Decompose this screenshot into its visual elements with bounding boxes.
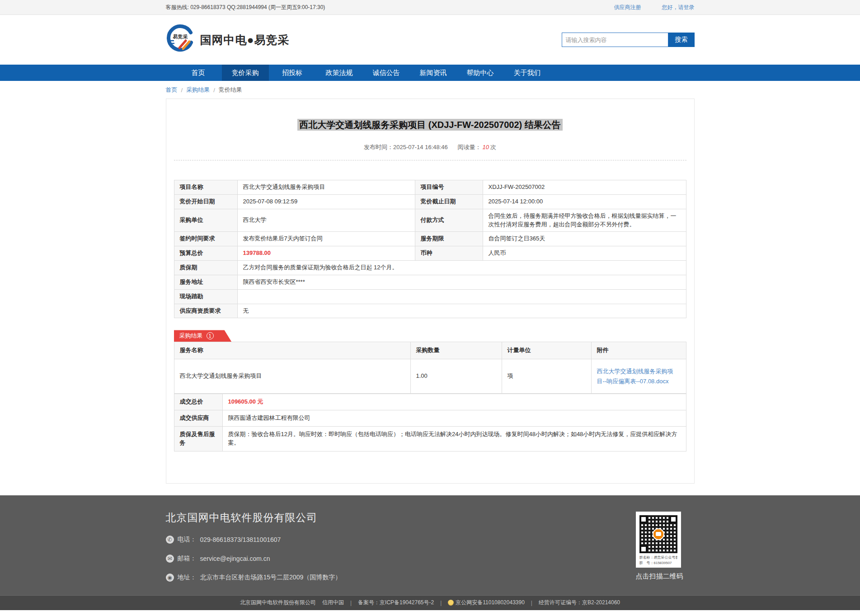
main-nav: 首页 竞价采购 招投标 政策法规 诚信公告 新闻资讯 帮助中心 关于我们 bbox=[0, 65, 860, 81]
breadcrumb-separator: / bbox=[181, 87, 183, 94]
phone-icon: ✆ bbox=[166, 536, 174, 544]
column-header-unit: 计量单位 bbox=[502, 342, 591, 359]
site-footer: 北京国网中电软件股份有限公司 ✆ 电话： 029-86618373/138110… bbox=[0, 495, 860, 595]
nav-item-bidding-procurement[interactable]: 竞价采购 bbox=[222, 65, 269, 81]
table-row: 成交供应商 陕西圆通古建园林工程有限公司 bbox=[174, 410, 686, 427]
footer-phone-value: 029-86618373/13811001607 bbox=[200, 536, 281, 543]
copyright-bar: 北京国网中电软件股份有限公司 信用中国 | 备案号：京ICP备19042765号… bbox=[0, 595, 860, 610]
project-info-table: 项目名称 西北大学交通划线服务采购项目 项目编号 XDJJ-FW-2025070… bbox=[174, 180, 686, 318]
article-meta: 发布时间：2025-07-14 16:48:46 阅读量：10次 bbox=[174, 143, 686, 151]
police-badge-icon bbox=[448, 600, 454, 606]
table-row: 供应商资质要求 无 bbox=[174, 304, 686, 318]
mail-icon: ✉ bbox=[166, 555, 174, 563]
table-row: 成交总价 109605.00 元 bbox=[174, 394, 686, 410]
deal-total-price: 109605.00 元 bbox=[222, 394, 686, 410]
footer-company-name: 北京国网中电软件股份有限公司 bbox=[166, 511, 342, 525]
qr-group-number: 群 号：615839507 bbox=[639, 560, 677, 566]
publish-time-value: 2025-07-14 16:48:46 bbox=[393, 144, 448, 150]
page-title: 西北大学交通划线服务采购项目 (XDJJ-FW-202507002) 结果公告 bbox=[174, 119, 686, 131]
table-row: 竞价开始日期 2025-07-08 09:12:59 竞价截止日期 2025-0… bbox=[174, 194, 686, 209]
result-count-badge: 1 bbox=[207, 332, 214, 339]
table-row: 质保及售后服务 质保期：验收合格后12月。响应时效：即时响应（包括电话响应）；电… bbox=[174, 426, 686, 451]
credit-china-link[interactable]: 信用中国 bbox=[322, 599, 344, 607]
qr-center-icon bbox=[653, 528, 664, 540]
bottombar-company: 北京国网中电软件股份有限公司 bbox=[240, 599, 316, 607]
qr-group-name: 群名称：易竞采公众号群 bbox=[639, 555, 677, 560]
column-header-service-name: 服务名称 bbox=[174, 342, 410, 359]
table-row: 签约时间要求 发布竞价结果后7天内签订合同 服务期限 自合同签订之日365天 bbox=[174, 232, 686, 246]
views-count: 10 bbox=[482, 144, 489, 150]
table-row: 现场踏勘 bbox=[174, 289, 686, 304]
search-button[interactable]: 搜索 bbox=[668, 33, 695, 47]
procurement-result-tag: 采购结果 1 bbox=[174, 330, 232, 342]
qr-code-image bbox=[639, 515, 677, 553]
result-tag-label: 采购结果 bbox=[179, 332, 203, 340]
views-label: 阅读量： bbox=[457, 144, 481, 150]
location-pin-icon: ◉ bbox=[166, 574, 174, 582]
column-header-attachment: 附件 bbox=[591, 342, 686, 359]
nav-item-credit-notices[interactable]: 诚信公告 bbox=[363, 65, 410, 81]
procurement-result-table: 服务名称 采购数量 计量单位 附件 西北大学交通划线服务采购项目 1.00 项 … bbox=[174, 342, 686, 394]
announcement-panel: 西北大学交通划线服务采购项目 (XDJJ-FW-202507002) 结果公告 … bbox=[166, 99, 695, 484]
nav-item-about-us[interactable]: 关于我们 bbox=[504, 65, 551, 81]
top-utility-bar: 客服热线: 029-86618373 QQ:2881944994 (周一至周五9… bbox=[0, 0, 860, 15]
column-header-quantity: 采购数量 bbox=[410, 342, 502, 359]
footer-email-label: 邮箱： bbox=[178, 555, 197, 563]
publish-time-label: 发布时间： bbox=[364, 144, 393, 150]
site-search: 搜索 bbox=[562, 33, 695, 47]
views-unit: 次 bbox=[490, 144, 496, 150]
site-header: 易竞采 国网中电●易竞采 搜索 bbox=[0, 15, 860, 65]
table-row: 西北大学交通划线服务采购项目 1.00 项 西北大学交通划线服务采购项目--响应… bbox=[174, 359, 686, 394]
login-link[interactable]: 您好，请登录 bbox=[662, 4, 695, 11]
supplier-register-link[interactable]: 供应商注册 bbox=[614, 4, 641, 11]
nav-item-home[interactable]: 首页 bbox=[175, 65, 222, 81]
breadcrumb: 首页 / 采购结果 / 竞价结果 bbox=[0, 81, 860, 99]
breadcrumb-home-link[interactable]: 首页 bbox=[166, 86, 178, 94]
budget-total-price: 139788.00 bbox=[237, 246, 415, 261]
footer-phone-label: 电话： bbox=[178, 536, 197, 544]
unit-cell: 项 bbox=[502, 359, 591, 394]
table-header-row: 服务名称 采购数量 计量单位 附件 bbox=[174, 342, 686, 359]
business-license-number: 经营许可证编号：京B2-20214060 bbox=[539, 599, 620, 607]
warranty-service-terms: 质保期：验收合格后12月。响应时效：即时响应（包括电话响应）；电话响应无法解决2… bbox=[222, 426, 686, 451]
nav-item-policies[interactable]: 政策法规 bbox=[316, 65, 363, 81]
footer-info: 北京国网中电软件股份有限公司 ✆ 电话： 029-86618373/138110… bbox=[166, 511, 342, 582]
service-hotline-text: 客服热线: 029-86618373 QQ:2881944994 (周一至周五9… bbox=[166, 4, 325, 11]
nav-item-news[interactable]: 新闻资讯 bbox=[410, 65, 457, 81]
footer-address-value: 北京市丰台区射击场路15号二层2009（国博数字） bbox=[200, 574, 342, 582]
table-row: 质保期 乙方对合同服务的质量保证期为验收合格后之日起 12个月。 bbox=[174, 261, 686, 275]
table-row: 预算总价 139788.00 币种 人民币 bbox=[174, 246, 686, 261]
breadcrumb-separator: / bbox=[213, 87, 215, 94]
nav-item-help-center[interactable]: 帮助中心 bbox=[457, 65, 504, 81]
site-logo-icon: 易竞采 bbox=[166, 24, 195, 55]
footer-address-label: 地址： bbox=[178, 574, 197, 582]
icp-record-link[interactable]: 备案号：京ICP备19042765号-2 bbox=[358, 599, 434, 607]
attachment-download-link[interactable]: 西北大学交通划线服务采购项目--响应偏离表--07.08.docx bbox=[597, 367, 681, 386]
deal-summary-table: 成交总价 109605.00 元 成交供应商 陕西圆通古建园林工程有限公司 质保… bbox=[174, 394, 686, 451]
breadcrumb-current: 竞价结果 bbox=[219, 86, 242, 94]
dashed-divider bbox=[174, 160, 686, 160]
qr-code[interactable]: 群名称：易竞采公众号群 群 号：615839507 bbox=[636, 512, 681, 568]
svg-text:易竞采: 易竞采 bbox=[172, 34, 188, 39]
winning-supplier: 陕西圆通古建园林工程有限公司 bbox=[222, 410, 686, 427]
nav-item-tenders[interactable]: 招投标 bbox=[269, 65, 316, 81]
footer-email-value: service@ejingcai.com.cn bbox=[200, 555, 270, 562]
site-name: 国网中电●易竞采 bbox=[200, 33, 290, 47]
table-row: 采购单位 西北大学 付款方式 合同生效后，待服务期满并经甲方验收合格后，根据划线… bbox=[174, 209, 686, 232]
qr-caption: 点击扫描二维码 bbox=[636, 572, 695, 581]
quantity-cell: 1.00 bbox=[410, 359, 502, 394]
service-name-cell: 西北大学交通划线服务采购项目 bbox=[174, 359, 410, 394]
search-input[interactable] bbox=[562, 33, 668, 47]
table-row: 项目名称 西北大学交通划线服务采购项目 项目编号 XDJJ-FW-2025070… bbox=[174, 180, 686, 195]
breadcrumb-procurement-results-link[interactable]: 采购结果 bbox=[186, 86, 210, 94]
brand: 易竞采 国网中电●易竞采 bbox=[166, 24, 290, 55]
police-record-link[interactable]: 京公网安备11010802043390 bbox=[456, 599, 525, 607]
attachment-cell: 西北大学交通划线服务采购项目--响应偏离表--07.08.docx bbox=[591, 359, 686, 394]
table-row: 服务地址 陕西省西安市长安区**** bbox=[174, 275, 686, 289]
